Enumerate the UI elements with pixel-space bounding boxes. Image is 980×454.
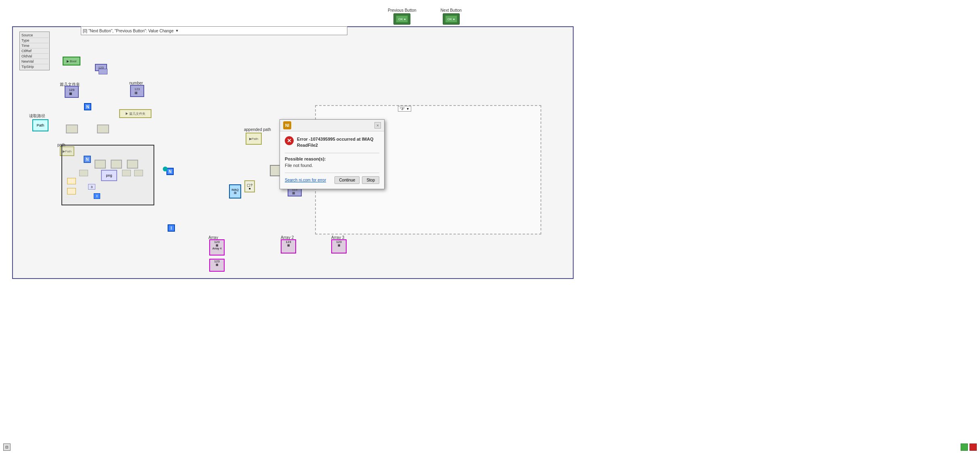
event-time-row: Time [21, 43, 48, 49]
search-ni-link[interactable]: Search ni.com for error [285, 178, 326, 182]
top-buttons-area: Previous Button OK ● Next Button OK ● [388, 8, 462, 25]
question-node: ▢? ■ [244, 180, 255, 192]
dialog-error-row: ✕ Error -1074395995 occurred at IMAQ Rea… [285, 136, 379, 149]
next-button-inner: OK ● [445, 15, 457, 23]
num-node-top-inner [99, 69, 107, 74]
sub-node-b [111, 160, 122, 169]
stop-button[interactable]: Stop [362, 176, 379, 184]
error-dialog: NI × ✕ Error -1074395995 occurred at IMA… [280, 119, 385, 189]
status-bar-right [961, 443, 977, 451]
dialog-reason-label: Possible reason(s): [285, 156, 379, 161]
status-green-indicator [961, 443, 968, 451]
event-source-row: Source [21, 33, 48, 38]
error-x-icon: ✕ [287, 137, 292, 144]
dialog-message-text: File not found. [285, 163, 379, 168]
event-newval-row: NewVal [21, 59, 48, 64]
previous-button[interactable]: OK ● [393, 13, 410, 25]
appended-path-node: ▶Path [246, 133, 262, 145]
canvas: Previous Button OK ● Next Button OK ● [0… [0, 0, 980, 454]
dialog-divider [285, 153, 379, 153]
event-bar[interactable]: [0] "Next Button", "Previous Button": Va… [81, 26, 347, 35]
next-button[interactable]: OK ● [443, 13, 460, 25]
close-icon: × [376, 123, 379, 128]
array-node-3: 123 ▦ [331, 239, 347, 253]
appended-path-label: appended path [244, 127, 271, 132]
dropdown-control: "3" ▼ [398, 106, 411, 112]
folder-small [67, 178, 76, 184]
dialog-action-buttons: Continue Stop [334, 176, 379, 184]
num-3-node: 3 [88, 184, 95, 190]
next-button-group: Next Button OK ● [441, 8, 462, 25]
read-path-node: Path [32, 119, 48, 131]
previous-ok-label: OK ● [398, 17, 406, 21]
ni-icon: NI [283, 121, 291, 129]
sub-node-d [79, 170, 88, 176]
previous-button-group: Previous Button OK ● [388, 8, 416, 25]
event-node: Source Type Time CtlRef OldVal NewVal Ti… [19, 32, 50, 70]
sub-node-c [127, 160, 138, 169]
ni-icon-label: NI [285, 123, 289, 128]
previous-button-label: Previous Button [388, 8, 416, 13]
value-dropdown[interactable]: "3" ▼ [398, 106, 411, 112]
continue-button[interactable]: Continue [334, 176, 360, 184]
sub-node-e [122, 170, 131, 176]
event-type-row: Type [21, 38, 48, 43]
array-node-4: 123 ▦ [209, 259, 225, 272]
number-node: 123▦ [130, 85, 144, 97]
sub-node-f [134, 170, 143, 176]
png-node: png [101, 170, 117, 181]
i-node-inner: I [94, 193, 100, 199]
bool-node: ▶ Bool [63, 57, 80, 65]
array-node-1: 123 ▦ Array 4 [209, 239, 225, 256]
small-node-2 [97, 125, 109, 133]
case-structure: png 3 I [61, 145, 154, 205]
status-icon: ⊡ [5, 445, 8, 449]
dialog-error-text: Error -1074395995 occurred at IMAQ ReadF… [297, 136, 379, 149]
read-path-label: 读取路径 [29, 113, 45, 119]
event-tipstrip-row: TipStrip [21, 64, 48, 69]
i-node-bottom: I [168, 224, 175, 232]
dropdown-value: "3" [400, 107, 404, 111]
path-text-node: ▶ 篇几文件夹 [119, 109, 151, 118]
sub-node-a [95, 160, 106, 169]
n-node: N [84, 103, 91, 110]
small-node-1 [66, 125, 78, 133]
imaq-node: IMAQ ▤ [229, 184, 241, 198]
event-ctlref-row: CtlRef [21, 49, 48, 54]
event-bar-text: [0] "Next Button", "Previous Button": Va… [83, 29, 174, 33]
dropdown-arrow-icon: ▼ [406, 107, 409, 111]
dialog-close-button[interactable]: × [374, 122, 381, 129]
event-oldval-row: OldVal [21, 54, 48, 59]
dialog-footer: Search ni.com for error Continue Stop [285, 173, 379, 184]
conn-dot-1 [163, 167, 168, 171]
bool-label: ▶ Bool [67, 59, 76, 63]
folder-small-2 [67, 188, 76, 194]
event-bar-arrow-icon: ▼ [175, 29, 179, 33]
next-button-label: Next Button [441, 8, 462, 13]
dialog-titlebar: NI × [280, 120, 384, 131]
array-node-2: 123 ▦ [281, 239, 296, 253]
status-red-indicator [969, 443, 977, 451]
folder-num-node: 123▦ [65, 86, 79, 98]
next-ok-label: OK ● [447, 17, 455, 21]
error-circle-icon: ✕ [285, 136, 294, 145]
status-bar-left[interactable]: ⊡ [3, 443, 11, 451]
dialog-body: ✕ Error -1074395995 occurred at IMAQ Rea… [280, 131, 384, 189]
previous-button-inner: OK ● [396, 15, 408, 23]
